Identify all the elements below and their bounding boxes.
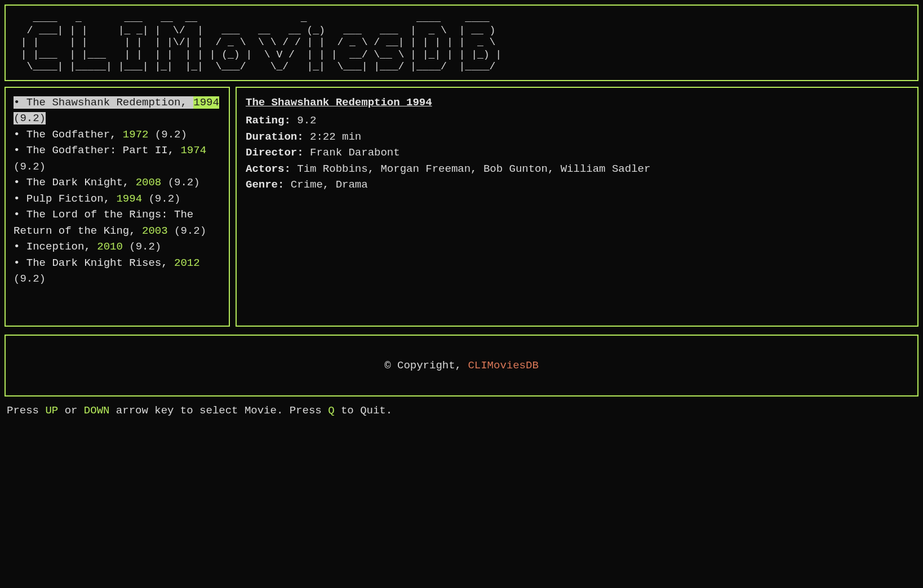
detail-duration-value: 2:22 min	[310, 131, 361, 143]
logo-box: ____ _ ___ __ __ _ ____ ____ / ___| | | …	[5, 5, 918, 81]
detail-title: The Shawshank Redemption 1994	[246, 95, 908, 111]
list-item[interactable]: • The Dark Knight, 2008 (9.2)	[14, 175, 221, 191]
detail-genre: Genre: Crime, Drama	[246, 177, 908, 193]
detail-actors-label: Actors:	[246, 163, 291, 175]
detail-director-label: Director:	[246, 146, 304, 159]
detail-director: Director: Frank Darabont	[246, 145, 908, 161]
hint-post: to Quit.	[335, 404, 393, 417]
footer-copyright: © Copyright,	[384, 359, 468, 372]
ascii-logo: ____ _ ___ __ __ _ ____ ____ / ___| | | …	[15, 12, 908, 73]
detail-rating-label: Rating:	[246, 114, 291, 127]
detail-genre-value: Crime, Drama	[291, 179, 368, 191]
detail-director-value: Frank Darabont	[310, 146, 400, 159]
hint-key-q: Q	[328, 404, 334, 417]
footer-brand: CLIMoviesDB	[468, 359, 538, 372]
list-item[interactable]: • The Lord of the Rings: The Return of t…	[14, 207, 221, 239]
hint-bar: Press UP or DOWN arrow key to select Mov…	[5, 404, 918, 417]
detail-duration: Duration: 2:22 min	[246, 129, 908, 145]
movie-list[interactable]: • The Shawshank Redemption, 1994 (9.2) •…	[14, 95, 221, 287]
list-item[interactable]: • Inception, 2010 (9.2)	[14, 239, 221, 255]
detail-actors-value: Tim Robbins, Morgan Freeman, Bob Gunton,…	[297, 163, 650, 175]
list-item[interactable]: • The Shawshank Redemption, 1994 (9.2)	[14, 95, 221, 127]
detail-duration-label: Duration:	[246, 131, 304, 143]
list-item[interactable]: • The Godfather: Part II, 1974 (9.2)	[14, 142, 221, 175]
hint-key-up: UP	[45, 404, 58, 417]
detail-rating: Rating: 9.2	[246, 113, 908, 129]
movie-detail-box: The Shawshank Redemption 1994 Rating: 9.…	[236, 87, 918, 327]
hint-mid2: arrow key to select Movie. Press	[109, 404, 328, 417]
hint-key-down: DOWN	[84, 404, 110, 417]
detail-rating-value: 9.2	[297, 114, 316, 127]
list-item[interactable]: • Pulp Fiction, 1994 (9.2)	[14, 191, 221, 207]
detail-actors: Actors: Tim Robbins, Morgan Freeman, Bob…	[246, 161, 908, 177]
hint-mid1: or	[58, 404, 84, 417]
content-row: • The Shawshank Redemption, 1994 (9.2) •…	[5, 87, 918, 327]
hint-pre: Press	[7, 404, 45, 417]
list-item[interactable]: • The Godfather, 1972 (9.2)	[14, 127, 221, 143]
movie-list-box: • The Shawshank Redemption, 1994 (9.2) •…	[5, 87, 230, 327]
footer-box: © Copyright, CLIMoviesDB	[5, 335, 918, 397]
list-item[interactable]: • The Dark Knight Rises, 2012 (9.2)	[14, 255, 221, 287]
detail-genre-label: Genre:	[246, 179, 284, 191]
